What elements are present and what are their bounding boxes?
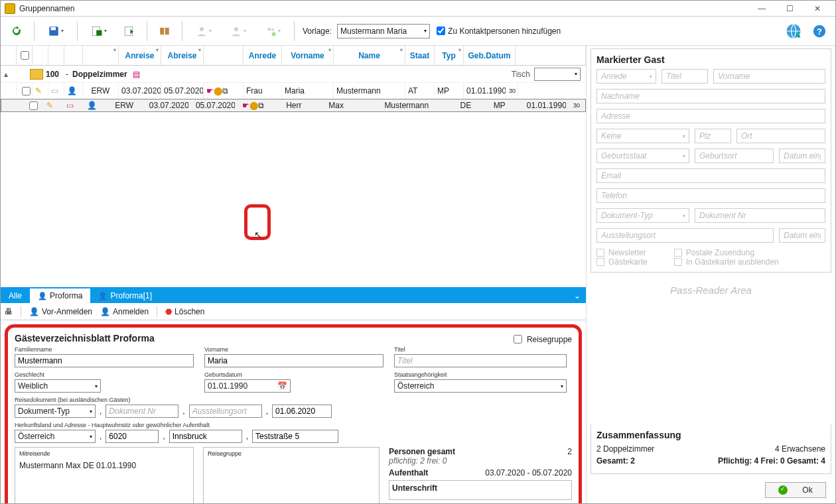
m-gebort-input[interactable] [695, 149, 774, 163]
help-button[interactable]: ? [807, 19, 831, 43]
globe-button[interactable] [782, 20, 805, 42]
loeschen-button[interactable]: ⬣Löschen [165, 307, 204, 316]
hand-icon[interactable]: ☛ [242, 101, 249, 110]
geschlecht-select[interactable]: Weiblich▾ [15, 379, 101, 393]
m-plz-input[interactable] [695, 129, 731, 143]
tabs-expand-icon[interactable]: ⌄ [569, 288, 586, 303]
minimize-button[interactable]: — [753, 2, 770, 15]
card-red-icon[interactable]: ▭ [66, 101, 74, 110]
table-row[interactable]: ✎ ▭ 👤 ERW 03.07.2020 05.07.2020 ☛⬤⧉ Frau… [1, 83, 586, 99]
row-checkbox[interactable] [29, 101, 38, 110]
book-button[interactable] [153, 19, 176, 43]
form-summary: Personen gesamt2 pflichtig: 2 frei: 0 Au… [389, 447, 572, 503]
anmelden-button[interactable]: 👤Anmelden [100, 307, 149, 316]
warn-icon[interactable]: ⬤ [249, 101, 258, 110]
vorname-input[interactable] [204, 354, 383, 367]
maximize-button[interactable]: ☐ [781, 2, 798, 15]
ok-button[interactable]: Ok [765, 482, 826, 498]
plz-input[interactable] [105, 430, 159, 443]
strasse-input[interactable] [252, 430, 338, 443]
reisegruppe-checkbox[interactable] [514, 335, 522, 344]
dokdate-input[interactable] [272, 405, 332, 418]
m-datum1-input[interactable] [779, 149, 825, 163]
room-group-row[interactable]: ▴ 100 - Doppelzimmer ▤ Tisch ▾ [1, 66, 586, 83]
m-doktyp-select[interactable]: Dokument-Typ▾ [596, 208, 689, 223]
close-button[interactable]: ✕ [809, 2, 826, 15]
m-nachname-input[interactable] [596, 89, 825, 103]
save-dropdown[interactable]: ▾ [40, 19, 72, 43]
export-excel-dropdown[interactable]: ▾ [83, 19, 115, 43]
left-pane: ▾ Anreise▾ Abreise▾ Anrede Vorname▾ Name… [1, 46, 587, 503]
calendar-icon[interactable]: 📅 [277, 381, 287, 391]
tab-proforma1[interactable]: 👤Proforma[1] [90, 288, 160, 303]
grid-empty-area: ↖ [1, 112, 586, 287]
tisch-select[interactable]: ▾ [534, 68, 581, 81]
m-keine-select[interactable]: Keine▾ [596, 129, 689, 143]
row-checkbox[interactable] [22, 87, 31, 95]
col-anreise[interactable]: Anreise [125, 51, 154, 60]
scan-icon[interactable]: ⧉ [258, 101, 264, 110]
ort-input[interactable] [169, 430, 242, 443]
export-sheet-button[interactable] [117, 19, 141, 43]
m-datum2-input[interactable] [779, 228, 825, 243]
familienname-input[interactable] [15, 354, 194, 367]
m-doknr-input[interactable] [695, 208, 825, 223]
expand-icon[interactable]: ▴ [1, 70, 11, 79]
col-gebdatum[interactable]: Geb.Datum [468, 51, 510, 60]
kontakt-checkbox[interactable]: Zu Kontaktpersonen hinzufügen [437, 27, 561, 36]
m-newsletter-check[interactable]: Newsletter [596, 248, 648, 257]
col-anrede[interactable]: Anrede [249, 51, 276, 60]
m-anrede-select[interactable]: Anrede▾ [596, 69, 656, 84]
m-ort-input[interactable] [736, 129, 825, 143]
m-ausstell-input[interactable] [596, 228, 774, 243]
scan-icon[interactable]: ⧉ [222, 86, 228, 95]
geburtsdatum-input[interactable]: 01.01.1990📅 [204, 379, 291, 393]
m-email-input[interactable] [596, 168, 825, 183]
voranmelden-button[interactable]: 👤Vor-Anmelden [29, 307, 92, 316]
m-ausblenden-check[interactable]: In Gästekartei ausblenden [674, 257, 779, 267]
col-vorname[interactable]: Vorname [291, 51, 324, 60]
tisch-label: Tisch [512, 70, 530, 79]
svg-point-8 [271, 28, 275, 31]
person-add-icon: 👤 [29, 307, 39, 316]
table-row[interactable]: ✎ ▭ 👤 ERW 03.07.2020 05.07.2020 ☛⬤⧉ Herr… [1, 99, 586, 112]
m-postale-check[interactable]: Postale Zusendung [674, 248, 779, 257]
titel-input[interactable] [394, 354, 567, 367]
doktyp-select[interactable]: Dokument-Typ▾ [15, 405, 96, 418]
col-abreise[interactable]: Abreise [167, 51, 196, 60]
m-gaestekarte-check[interactable]: Gästekarte [596, 257, 648, 267]
vorlage-select[interactable]: Mustermann Maria▾ [337, 24, 430, 38]
m-adresse-input[interactable] [596, 109, 825, 123]
doknr-input[interactable] [105, 405, 178, 418]
col-staat[interactable]: Staat [410, 51, 429, 60]
refresh-button[interactable] [5, 19, 29, 43]
m-gebstaat-select[interactable]: Geburtsstaat▾ [596, 149, 689, 163]
tab-proforma[interactable]: 👤Proforma [30, 288, 90, 303]
select-all-checkbox[interactable] [21, 51, 29, 60]
col-typ[interactable]: Typ [442, 51, 455, 60]
col-name[interactable]: Name [358, 51, 380, 60]
m-vorname-input[interactable] [713, 69, 825, 84]
svg-text:?: ? [817, 26, 822, 36]
hand-icon[interactable]: ☛ [206, 86, 214, 95]
marked-title: Markierter Gast [596, 54, 825, 65]
grid-header: ▾ Anreise▾ Abreise▾ Anrede Vorname▾ Name… [1, 46, 586, 66]
card-icon[interactable]: ▭ [51, 86, 58, 95]
unterschrift-box[interactable]: Unterschrift [389, 480, 572, 500]
person-dropdown-2[interactable]: ▾ [222, 19, 254, 43]
pencil-icon[interactable]: ✎ [35, 86, 42, 95]
tab-alle[interactable]: Alle [1, 288, 30, 303]
print-button[interactable]: 🖶 [5, 307, 13, 316]
m-telefon-input[interactable] [596, 188, 825, 203]
group-add-dropdown[interactable]: ▾ [257, 19, 289, 43]
pencil-icon[interactable]: ✎ [46, 101, 53, 110]
delete-icon: ⬣ [165, 307, 172, 316]
warn-icon[interactable]: ⬤ [214, 86, 222, 95]
land-select[interactable]: Österreich▾ [15, 430, 96, 443]
vorlage-label: Vorlage: [303, 27, 332, 36]
m-titel-input[interactable] [662, 69, 708, 84]
staat-select[interactable]: Österreich▾ [394, 379, 567, 393]
ausstellungsort-input[interactable] [189, 405, 262, 418]
person-dropdown-1[interactable]: ▾ [188, 19, 220, 43]
kontakt-checkbox-input[interactable] [437, 27, 445, 35]
